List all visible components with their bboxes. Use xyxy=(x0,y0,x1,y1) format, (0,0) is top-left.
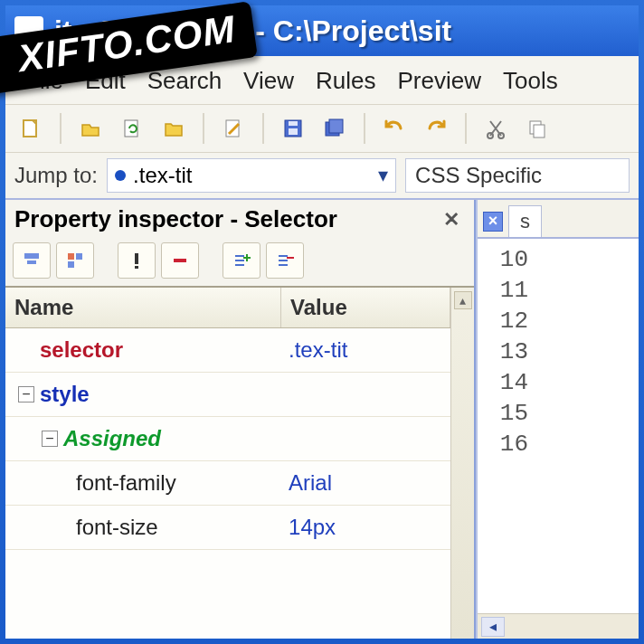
cut-icon xyxy=(485,118,507,139)
category-icon xyxy=(65,251,85,270)
scroll-up-icon[interactable]: ▴ xyxy=(454,291,472,309)
important-icon xyxy=(127,251,147,270)
editor-hscroll[interactable]: ◂ xyxy=(478,613,639,639)
grid-body: Name Value selector .tex-tit − style xyxy=(5,288,450,639)
undo-icon xyxy=(383,118,406,139)
table-row[interactable]: − style xyxy=(5,373,450,417)
line-number: 12 xyxy=(483,308,528,335)
property-grid: Name Value selector .tex-tit − style xyxy=(5,286,474,639)
copy-icon xyxy=(526,118,548,139)
svg-rect-11 xyxy=(534,125,545,137)
save-button[interactable] xyxy=(275,110,311,147)
editor-pane: × s 10 11 12 13 14 15 16 ◂ xyxy=(476,200,639,639)
css-spec-label: CSS Specific xyxy=(415,163,542,188)
line-number: 14 xyxy=(483,369,528,396)
row-name: Assigned xyxy=(63,426,161,451)
inspector-title: Property inspector - Selector xyxy=(14,205,337,233)
separator xyxy=(60,113,62,144)
undo-button[interactable] xyxy=(376,110,412,147)
line-number: 16 xyxy=(483,431,528,458)
css-spec-combo[interactable]: CSS Specific xyxy=(405,158,630,193)
row-name: style xyxy=(40,382,90,407)
redo-button[interactable] xyxy=(418,110,454,147)
menu-view[interactable]: View xyxy=(232,63,305,99)
copy-button[interactable] xyxy=(519,110,555,147)
reload-button[interactable] xyxy=(114,110,150,147)
jump-combo[interactable]: .tex-tit ▾ xyxy=(107,158,396,193)
line-gutter: 10 11 12 13 14 15 16 xyxy=(483,246,633,458)
editor-tab[interactable]: s xyxy=(508,205,542,237)
separator xyxy=(203,113,204,144)
separator xyxy=(465,113,467,144)
spacer xyxy=(204,242,217,279)
new-file-icon xyxy=(20,118,42,139)
line-number: 11 xyxy=(483,277,528,304)
add-rule-icon xyxy=(232,251,251,270)
app-window: ite CSS Editor - C:\Project\sit File Edi… xyxy=(0,0,644,644)
open-icon xyxy=(80,118,101,139)
chevron-down-icon: ▾ xyxy=(378,164,388,187)
svg-rect-14 xyxy=(68,253,74,260)
main-toolbar xyxy=(5,104,639,153)
remove-rule-icon xyxy=(275,251,295,270)
grid-scrollbar[interactable]: ▴ xyxy=(450,288,474,639)
row-name: font-family xyxy=(13,470,176,496)
save-icon xyxy=(282,118,304,139)
svg-rect-17 xyxy=(135,253,138,264)
row-value xyxy=(281,373,450,416)
reload-icon xyxy=(121,118,143,139)
line-number: 15 xyxy=(483,400,528,427)
svg-rect-4 xyxy=(289,128,298,135)
insp-btn-4[interactable] xyxy=(161,242,199,279)
row-name: selector xyxy=(13,337,123,363)
open-folder-icon xyxy=(163,118,185,139)
property-inspector-pane: Property inspector - Selector ✕ xyxy=(5,200,476,639)
collapse-icon[interactable]: − xyxy=(42,431,58,447)
insp-btn-1[interactable] xyxy=(13,242,51,279)
grid-header: Name Value xyxy=(5,288,450,328)
row-value[interactable]: 14px xyxy=(281,506,450,549)
table-row[interactable]: font-size 14px xyxy=(5,506,450,550)
svg-rect-5 xyxy=(289,121,298,126)
insp-btn-3[interactable] xyxy=(118,242,156,279)
svg-rect-15 xyxy=(76,253,82,260)
jump-bar: Jump to: .tex-tit ▾ CSS Specific xyxy=(5,153,639,200)
remove-prop-icon xyxy=(170,251,190,270)
open-button[interactable] xyxy=(72,110,109,147)
cut-button[interactable] xyxy=(478,110,514,147)
table-row[interactable]: selector .tex-tit xyxy=(5,328,450,373)
svg-rect-12 xyxy=(24,253,39,259)
jump-label: Jump to: xyxy=(14,163,98,188)
menu-tools[interactable]: Tools xyxy=(492,63,569,99)
svg-rect-7 xyxy=(329,119,343,133)
save-all-button[interactable] xyxy=(317,110,353,147)
menu-rules[interactable]: Rules xyxy=(305,63,386,99)
col-header-value[interactable]: Value xyxy=(281,288,450,327)
inspector-header: Property inspector - Selector ✕ xyxy=(5,200,474,239)
line-number: 10 xyxy=(483,246,528,273)
inspector-toolbar xyxy=(5,239,474,286)
open-folder-button[interactable] xyxy=(156,110,192,147)
code-editor[interactable]: 10 11 12 13 14 15 16 xyxy=(478,239,639,613)
redo-icon xyxy=(424,118,448,139)
svg-rect-1 xyxy=(125,120,137,137)
separator xyxy=(262,113,264,144)
row-name: font-size xyxy=(13,515,158,540)
close-icon[interactable]: ✕ xyxy=(438,208,465,232)
edit-doc-button[interactable] xyxy=(215,110,251,147)
collapse-icon[interactable]: − xyxy=(18,386,34,402)
save-all-icon xyxy=(324,118,346,139)
table-row[interactable]: font-family Arial xyxy=(5,461,450,506)
row-value[interactable]: Arial xyxy=(281,461,450,505)
svg-rect-16 xyxy=(68,261,74,268)
new-file-button[interactable] xyxy=(13,110,49,147)
insp-btn-6[interactable] xyxy=(266,242,304,279)
table-row[interactable]: − Assigned xyxy=(5,417,450,461)
insp-btn-2[interactable] xyxy=(56,242,94,279)
tab-close-icon[interactable]: × xyxy=(483,212,503,232)
row-value[interactable]: .tex-tit xyxy=(281,328,450,372)
menu-preview[interactable]: Preview xyxy=(386,63,491,99)
col-header-name[interactable]: Name xyxy=(5,288,281,327)
scroll-left-icon[interactable]: ◂ xyxy=(481,617,505,637)
insp-btn-5[interactable] xyxy=(223,242,260,279)
